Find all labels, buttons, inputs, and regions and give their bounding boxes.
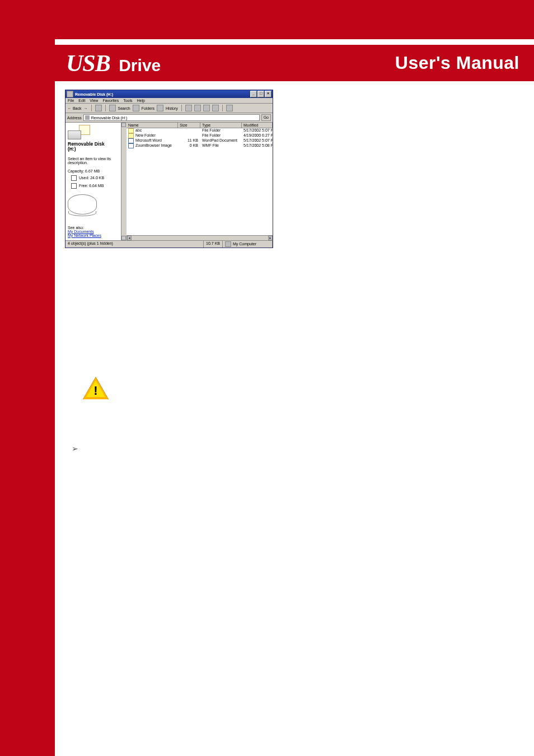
col-type[interactable]: Type: [200, 123, 242, 128]
used-label: Used: 24.0 KB: [79, 176, 104, 180]
scroll-track[interactable]: [132, 236, 268, 240]
table-row[interactable]: abc File Folder 5/17/2002 5:07 PM: [127, 128, 273, 133]
table-row[interactable]: Microsoft Word 11 KB WordPad Document 5/…: [127, 138, 273, 143]
go-button[interactable]: Go: [261, 114, 271, 121]
menu-file[interactable]: File: [68, 99, 74, 102]
side-panel: Removable Disk (H:) Select an item to vi…: [65, 123, 127, 240]
cell-size: [178, 133, 200, 138]
cell-size: 0 KB: [178, 143, 200, 148]
window-body: Removable Disk (H:) Select an item to vi…: [65, 123, 273, 240]
see-also-label: See also:: [68, 226, 124, 230]
brand-drive: Drive: [119, 56, 161, 74]
brand-usb: USB: [66, 50, 110, 76]
horizontal-scrollbar[interactable]: ◄ ►: [127, 235, 273, 240]
free-label: Free: 6.64 MB: [79, 184, 104, 188]
toolbar-sep: [91, 105, 92, 111]
cell-type: WordPad Document: [200, 138, 242, 143]
table-row[interactable]: New Folder File Folder 4/19/2000 6:27 PM: [127, 133, 273, 138]
cell-size: [178, 128, 200, 133]
address-bar: Address Removable Disk (H:) Go: [65, 113, 273, 123]
cell-modified: 5/17/2002 5:07 PM: [242, 138, 273, 143]
disk-name-line1: Removable Disk: [68, 142, 124, 147]
pie-chart-icon: [68, 194, 97, 214]
used-swatch: [71, 175, 77, 181]
back-button[interactable]: ← Back: [68, 106, 82, 110]
views-icon[interactable]: [226, 105, 233, 111]
red-top-strip: [0, 0, 534, 39]
side-note: Select an item to view its description.: [68, 157, 124, 165]
warning-icon: !: [83, 377, 109, 399]
col-modified[interactable]: Modified: [242, 123, 273, 128]
table-row[interactable]: ZoomBrowser Image 0 KB WMF File 5/17/200…: [127, 143, 273, 148]
bullet-row: [72, 444, 512, 453]
folders-label[interactable]: Folders: [142, 106, 154, 110]
cell-type: WMF File: [200, 143, 242, 148]
history-icon[interactable]: [157, 105, 163, 111]
page-content: Removable Disk (H:) _ □ × File Edit View…: [55, 90, 512, 734]
delete-icon[interactable]: [203, 105, 210, 111]
side-scrollbar[interactable]: [121, 123, 126, 240]
col-name[interactable]: Name: [127, 123, 178, 128]
menu-favorites[interactable]: Favorites: [102, 99, 119, 102]
window-titlebar[interactable]: Removable Disk (H:) _ □ ×: [65, 90, 273, 98]
cell-type: File Folder: [200, 133, 242, 138]
status-size: 10.7 KB: [204, 241, 223, 248]
cell-name: abc: [127, 128, 178, 133]
file-list-panel: Name Size Type Modified abc File Folder …: [127, 123, 273, 240]
search-label[interactable]: Search: [118, 106, 130, 110]
toolbar-sep4: [222, 105, 223, 111]
bullet-arrow-icon: [72, 444, 83, 453]
window-title-text: Removable Disk (H:): [75, 92, 250, 96]
up-icon[interactable]: [95, 105, 102, 111]
menu-view[interactable]: View: [90, 99, 98, 102]
drive-illustration: [68, 125, 90, 139]
red-sidebar: [0, 0, 55, 756]
back-label: Back: [73, 106, 82, 110]
capacity-label: Capacity: 6.67 MB: [68, 169, 124, 173]
status-location: My Computer: [223, 241, 273, 248]
toolbar-sep2: [105, 105, 106, 111]
status-objects: 4 object(s) (plus 1 hidden): [65, 241, 204, 248]
disk-name-line2: (H:): [68, 147, 124, 152]
cell-modified: 4/19/2000 6:27 PM: [242, 133, 273, 138]
free-stat: Free: 6.64 MB: [71, 183, 124, 189]
copyto-icon[interactable]: [194, 105, 201, 111]
status-bar: 4 object(s) (plus 1 hidden) 10.7 KB My C…: [65, 240, 273, 248]
undo-icon[interactable]: [212, 105, 219, 111]
address-drive-icon: [85, 115, 90, 120]
page-outer: USB Drive User's Manual Removable Disk (…: [0, 0, 534, 756]
address-input[interactable]: Removable Disk (H:): [83, 114, 260, 121]
cell-name: Microsoft Word: [127, 138, 178, 143]
see-also: See also: My Documents My Network Places: [68, 226, 124, 237]
link-my-network-places[interactable]: My Network Places: [68, 234, 124, 237]
link-my-documents[interactable]: My Documents: [68, 230, 124, 234]
free-swatch: [71, 183, 77, 189]
moveto-icon[interactable]: [185, 105, 192, 111]
search-icon[interactable]: [109, 105, 116, 111]
menu-edit[interactable]: Edit: [78, 99, 85, 102]
cell-type: File Folder: [200, 128, 242, 133]
minimize-button[interactable]: _: [250, 91, 257, 97]
menu-tools[interactable]: Tools: [123, 99, 132, 102]
folders-icon[interactable]: [133, 105, 139, 111]
cell-modified: 5/17/2002 5:08 PM: [242, 143, 273, 148]
close-button[interactable]: ×: [265, 91, 271, 97]
address-label: Address: [67, 116, 82, 120]
forward-button[interactable]: →: [84, 106, 88, 110]
col-size[interactable]: Size: [178, 123, 200, 128]
scroll-left-icon[interactable]: ◄: [127, 236, 132, 240]
cell-name: ZoomBrowser Image: [127, 143, 178, 148]
menu-bar[interactable]: File Edit View Favorites Tools Help: [65, 98, 273, 104]
menu-help[interactable]: Help: [137, 99, 145, 102]
brand-logo: USB Drive: [66, 50, 161, 77]
maximize-button[interactable]: □: [257, 91, 264, 97]
column-headers[interactable]: Name Size Type Modified: [127, 123, 273, 128]
explorer-window: Removable Disk (H:) _ □ × File Edit View…: [65, 90, 273, 248]
go-label: Go: [264, 115, 269, 119]
toolbar-sep3: [181, 105, 182, 111]
address-value: Removable Disk (H:): [91, 116, 128, 120]
scroll-right-icon[interactable]: ►: [268, 236, 273, 240]
history-label[interactable]: History: [166, 106, 178, 110]
page-title: User's Manual: [395, 53, 519, 73]
header-band: USB Drive User's Manual: [55, 45, 534, 81]
